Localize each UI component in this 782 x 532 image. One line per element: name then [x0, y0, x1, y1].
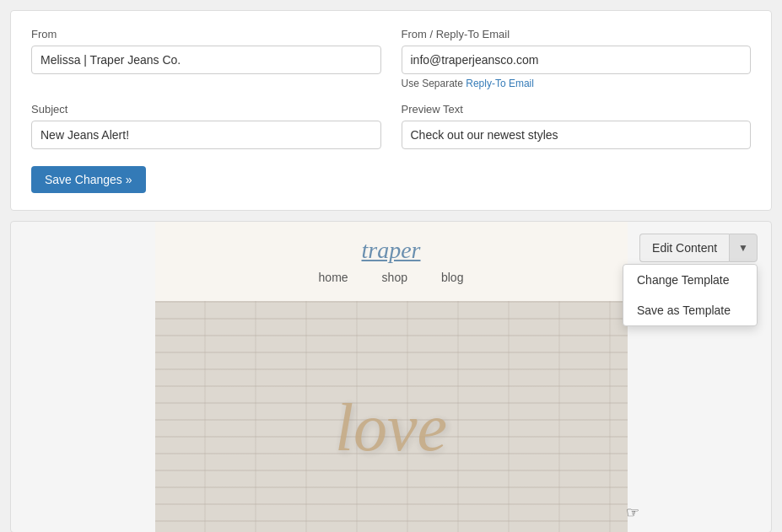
- cursor-icon: ☞: [626, 503, 639, 522]
- from-label: From: [31, 28, 381, 40]
- from-input[interactable]: [31, 46, 381, 74]
- subject-input[interactable]: [31, 121, 381, 149]
- reply-to-link[interactable]: Reply-To Email: [466, 78, 534, 89]
- subject-group: Subject: [31, 103, 381, 149]
- email-hero-image: love: [155, 301, 628, 532]
- preview-text-group: Preview Text: [402, 103, 752, 149]
- reply-email-group: From / Reply-To Email Use Separate Reply…: [402, 28, 752, 89]
- form-panel: From From / Reply-To Email Use Separate …: [10, 10, 772, 211]
- edit-content-button[interactable]: Edit Content: [639, 234, 729, 262]
- dropdown-menu: Change Template Save as Template: [623, 264, 758, 326]
- change-template-item[interactable]: Change Template: [623, 265, 757, 295]
- edit-content-bar: Edit Content ▼ Change Template Save as T…: [11, 222, 771, 274]
- reply-email-input[interactable]: [402, 46, 752, 74]
- from-row: From From / Reply-To Email Use Separate …: [31, 28, 751, 89]
- subject-row: Subject Preview Text: [31, 103, 751, 149]
- preview-text-label: Preview Text: [402, 103, 752, 116]
- save-as-template-item[interactable]: Save as Template: [623, 295, 757, 325]
- email-editor-panel: Edit Content ▼ Change Template Save as T…: [10, 221, 772, 532]
- from-group: From: [31, 28, 381, 89]
- dropdown-toggle-button[interactable]: ▼: [729, 234, 758, 262]
- preview-text-input[interactable]: [402, 121, 752, 149]
- reply-to-hint: Use Separate Reply-To Email: [402, 78, 752, 89]
- subject-label: Subject: [31, 103, 381, 116]
- hero-text: love: [335, 390, 447, 466]
- chevron-down-icon: ▼: [738, 242, 748, 254]
- save-changes-button[interactable]: Save Changes »: [31, 166, 146, 193]
- split-button: Edit Content ▼ Change Template Save as T…: [639, 234, 758, 262]
- reply-email-label: From / Reply-To Email: [402, 28, 752, 40]
